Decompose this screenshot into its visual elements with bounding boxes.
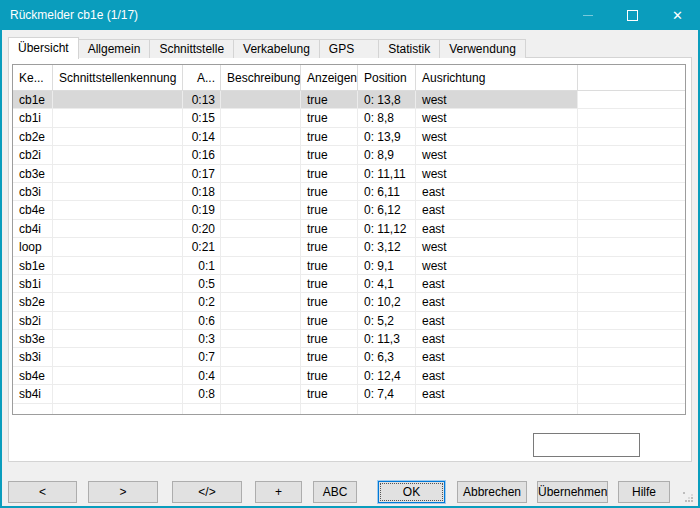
- table-cell: west: [416, 91, 578, 109]
- table-cell: east: [416, 312, 578, 330]
- table-cell: west: [416, 128, 578, 146]
- title-bar[interactable]: Rückmelder cb1e (1/17) ✕: [0, 0, 700, 30]
- apply-button[interactable]: Übernehmen: [537, 481, 608, 503]
- table-row[interactable]: cb2i0:16true0: 8,9west: [13, 146, 685, 164]
- table-cell: 0:21: [183, 238, 221, 256]
- table-cell: [221, 275, 301, 293]
- table-cell-filler: [578, 293, 685, 311]
- help-button[interactable]: Hilfe: [618, 481, 670, 503]
- table-cell-filler: [578, 367, 685, 385]
- column-header[interactable]: Anzeigen: [301, 65, 358, 90]
- close-button[interactable]: ✕: [655, 0, 700, 30]
- table-cell: [221, 165, 301, 183]
- table-cell: [53, 385, 183, 403]
- table-cell: 0: 9,1: [358, 257, 416, 275]
- table-cell: east: [416, 183, 578, 201]
- tab-schnittstelle[interactable]: Schnittstelle: [149, 39, 234, 58]
- table-cell: 0:3: [183, 330, 221, 348]
- column-header[interactable]: Beschreibung: [221, 65, 301, 90]
- documentation-input[interactable]: [533, 433, 640, 457]
- close-icon: ✕: [672, 8, 683, 23]
- maximize-button[interactable]: [610, 0, 655, 30]
- table-cell: west: [416, 165, 578, 183]
- table-row[interactable]: sb2i0:6true0: 5,2east: [13, 312, 685, 330]
- table-cell-filler: [578, 312, 685, 330]
- table-cell-filler: [578, 146, 685, 164]
- table-row[interactable]: sb3e0:3true0: 11,3east: [13, 330, 685, 348]
- table-cell: true: [301, 146, 358, 164]
- table-cell: true: [301, 385, 358, 403]
- dialog-window: Rückmelder cb1e (1/17) ✕ ÜbersichtAllgem…: [0, 0, 700, 508]
- table-row[interactable]: cb4i0:20true0: 11,12east: [13, 220, 685, 238]
- minimize-button: [565, 0, 610, 30]
- table-cell: 0: 6,11: [358, 183, 416, 201]
- table-cell: true: [301, 330, 358, 348]
- table-row[interactable]: loop0:21true0: 3,12west: [13, 238, 685, 256]
- table-cell: 0: 11,12: [358, 220, 416, 238]
- column-header[interactable]: Ke...: [13, 65, 53, 90]
- tab-verkabelung[interactable]: Verkabelung: [233, 39, 320, 58]
- table-row[interactable]: sb2e0:2true0: 10,2east: [13, 293, 685, 311]
- table-cell: [221, 201, 301, 219]
- abc-button[interactable]: ABC: [313, 481, 357, 503]
- table-row[interactable]: sb1e0:1true0: 9,1west: [13, 257, 685, 275]
- table-cell: east: [416, 275, 578, 293]
- table-cell: [416, 404, 578, 415]
- table-body: cb1e0:13true0: 13,8westcb1i0:15true0: 8,…: [13, 91, 685, 415]
- tab-allgemein[interactable]: Allgemein: [78, 39, 151, 58]
- table-cell: 0: 3,12: [358, 238, 416, 256]
- table-cell: [53, 238, 183, 256]
- table-row[interactable]: cb1e0:13true0: 13,8west: [13, 91, 685, 109]
- table-cell: sb3i: [13, 348, 53, 366]
- table-cell: 0:14: [183, 128, 221, 146]
- table-row[interactable]: cb1i0:15true0: 8,8west: [13, 109, 685, 127]
- table-cell: 0:18: [183, 183, 221, 201]
- table-cell-filler: [578, 201, 685, 219]
- table-cell: 0: 11,3: [358, 330, 416, 348]
- tab-uebersicht[interactable]: Übersicht: [8, 37, 79, 59]
- table-cell-filler: [578, 165, 685, 183]
- table-cell: 0:17: [183, 165, 221, 183]
- table-cell: 0:19: [183, 201, 221, 219]
- table-cell: west: [416, 257, 578, 275]
- code-view-button[interactable]: </>: [172, 481, 242, 503]
- table-cell: [221, 330, 301, 348]
- table-row[interactable]: sb4i0:8true0: 7,4east: [13, 385, 685, 403]
- table-cell: 0: 5,2: [358, 312, 416, 330]
- table-cell: [53, 128, 183, 146]
- table-cell: 0: 8,9: [358, 146, 416, 164]
- add-button[interactable]: +: [255, 481, 302, 503]
- tab-statistik[interactable]: Statistik: [378, 39, 440, 58]
- ok-button[interactable]: OK: [378, 481, 445, 503]
- tab-gps[interactable]: GPS: [319, 39, 379, 58]
- table-cell: east: [416, 220, 578, 238]
- next-button[interactable]: >: [88, 481, 158, 503]
- table-row[interactable]: cb3i0:18true0: 6,11east: [13, 183, 685, 201]
- column-header[interactable]: Schnittstellenkennung: [53, 65, 183, 90]
- table-row[interactable]: cb2e0:14true0: 13,9west: [13, 128, 685, 146]
- tab-verwendung[interactable]: Verwendung: [439, 39, 526, 58]
- column-header[interactable]: Position: [358, 65, 416, 90]
- column-header[interactable]: Ausrichtung: [416, 65, 578, 90]
- table-cell: 0: 13,9: [358, 128, 416, 146]
- table-cell: 0: 11,11: [358, 165, 416, 183]
- table-row[interactable]: cb4e0:19true0: 6,12east: [13, 201, 685, 219]
- table-cell: 0: 6,3: [358, 348, 416, 366]
- window-title: Rückmelder cb1e (1/17): [0, 8, 138, 22]
- table-row[interactable]: cb3e0:17true0: 11,11west: [13, 165, 685, 183]
- window-controls: ✕: [565, 0, 700, 30]
- table-cell: 0:5: [183, 275, 221, 293]
- column-header[interactable]: A...: [183, 65, 221, 90]
- table-cell: [221, 91, 301, 109]
- table-cell: 0: 7,4: [358, 385, 416, 403]
- table-cell: [221, 312, 301, 330]
- table-row[interactable]: sb1i0:5true0: 4,1east: [13, 275, 685, 293]
- prev-button[interactable]: <: [8, 481, 77, 503]
- resize-grip-icon[interactable]: [683, 492, 695, 504]
- feedback-table: Ke...SchnittstellenkennungA...Beschreibu…: [12, 64, 686, 415]
- table-row[interactable]: sb3i0:7true0: 6,3east: [13, 348, 685, 366]
- table-cell: true: [301, 91, 358, 109]
- cancel-button[interactable]: Abbrechen: [457, 481, 527, 503]
- table-cell-filler: [578, 91, 685, 109]
- table-row[interactable]: sb4e0:4true0: 12,4east: [13, 367, 685, 385]
